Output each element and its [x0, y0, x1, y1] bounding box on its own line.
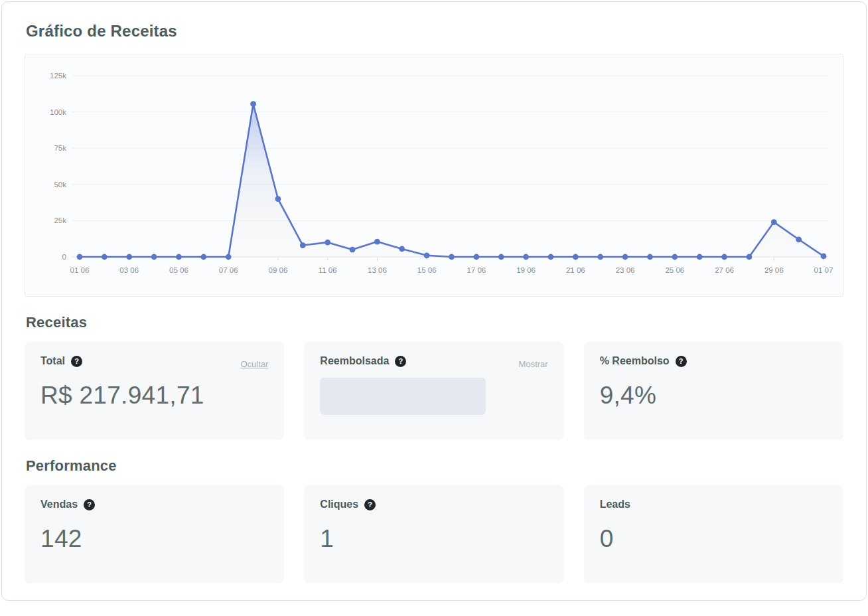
svg-text:13 06: 13 06 — [368, 266, 387, 274]
card-reembolsada-label-row: Reembolsada ? — [320, 355, 547, 367]
revenue-line-chart: 025k50k75k100k125k01 0603 0605 0607 0609… — [25, 54, 845, 296]
receitas-card-row: Total ? Ocultar R$ 217.941,71 Reembolsad… — [25, 342, 843, 440]
svg-text:17 06: 17 06 — [467, 266, 486, 274]
card-vendas-label-row: Vendas ? — [40, 499, 268, 510]
leads-value: 0 — [600, 525, 828, 553]
revenue-chart-panel: 025k50k75k100k125k01 0603 0605 0607 0609… — [25, 54, 843, 297]
card-percent-reembolso-label-row: % Reembolso ? — [600, 355, 828, 367]
svg-text:75k: 75k — [54, 144, 66, 152]
card-leads-label: Leads — [600, 499, 630, 510]
page-title: Gráfico de Receitas — [26, 22, 866, 40]
svg-text:23 06: 23 06 — [616, 266, 635, 274]
card-reembolsada-label: Reembolsada — [320, 355, 389, 367]
svg-text:27 06: 27 06 — [715, 266, 734, 274]
card-leads-label-row: Leads — [600, 499, 828, 510]
svg-text:21 06: 21 06 — [566, 266, 585, 274]
svg-text:07 06: 07 06 — [219, 266, 238, 274]
vendas-value: 142 — [40, 525, 268, 553]
card-reembolsada: Reembolsada ? Mostrar — [304, 342, 563, 440]
card-total-label: Total — [40, 355, 65, 367]
help-icon[interactable]: ? — [71, 356, 82, 367]
card-total: Total ? Ocultar R$ 217.941,71 — [25, 342, 284, 440]
svg-text:01 06: 01 06 — [70, 266, 90, 274]
svg-text:25 06: 25 06 — [665, 266, 684, 274]
card-leads: Leads 0 — [584, 485, 843, 583]
svg-text:25k: 25k — [54, 216, 66, 224]
performance-card-row: Vendas ? 142 Cliques ? 1 Leads 0 — [25, 485, 843, 583]
svg-text:50k: 50k — [54, 181, 66, 189]
section-heading-performance: Performance — [26, 457, 866, 475]
mostrar-link[interactable]: Mostrar — [519, 359, 548, 369]
card-vendas: Vendas ? 142 — [25, 485, 284, 583]
card-percent-reembolso-label: % Reembolso — [600, 355, 670, 367]
card-total-label-row: Total ? — [40, 355, 268, 367]
percent-reembolso-value: 9,4% — [600, 382, 828, 410]
card-percent-reembolso: % Reembolso ? 9,4% — [584, 342, 843, 440]
svg-text:01 07: 01 07 — [814, 266, 833, 274]
svg-text:05 06: 05 06 — [169, 266, 188, 274]
svg-text:03 06: 03 06 — [119, 266, 139, 274]
help-icon[interactable]: ? — [364, 499, 376, 510]
card-cliques: Cliques ? 1 — [304, 485, 563, 583]
total-value: R$ 217.941,71 — [40, 382, 268, 410]
svg-text:15 06: 15 06 — [417, 266, 437, 274]
svg-text:29 06: 29 06 — [764, 266, 784, 274]
help-icon[interactable]: ? — [395, 356, 406, 367]
svg-text:100k: 100k — [50, 108, 66, 116]
svg-text:0: 0 — [62, 253, 66, 261]
cliques-value: 1 — [320, 525, 547, 553]
ocultar-link[interactable]: Ocultar — [240, 359, 268, 369]
help-icon[interactable]: ? — [84, 499, 95, 510]
help-icon[interactable]: ? — [676, 356, 687, 367]
card-vendas-label: Vendas — [40, 499, 78, 510]
svg-text:19 06: 19 06 — [516, 266, 536, 274]
svg-text:125k: 125k — [50, 72, 66, 80]
svg-text:09 06: 09 06 — [269, 266, 288, 274]
hidden-value-placeholder — [320, 378, 486, 415]
card-cliques-label-row: Cliques ? — [320, 499, 547, 510]
card-cliques-label: Cliques — [320, 499, 358, 510]
dashboard-page: Gráfico de Receitas 025k50k75k100k125k01… — [1, 1, 867, 601]
svg-text:11 06: 11 06 — [319, 266, 337, 274]
section-heading-receitas: Receitas — [26, 314, 866, 331]
